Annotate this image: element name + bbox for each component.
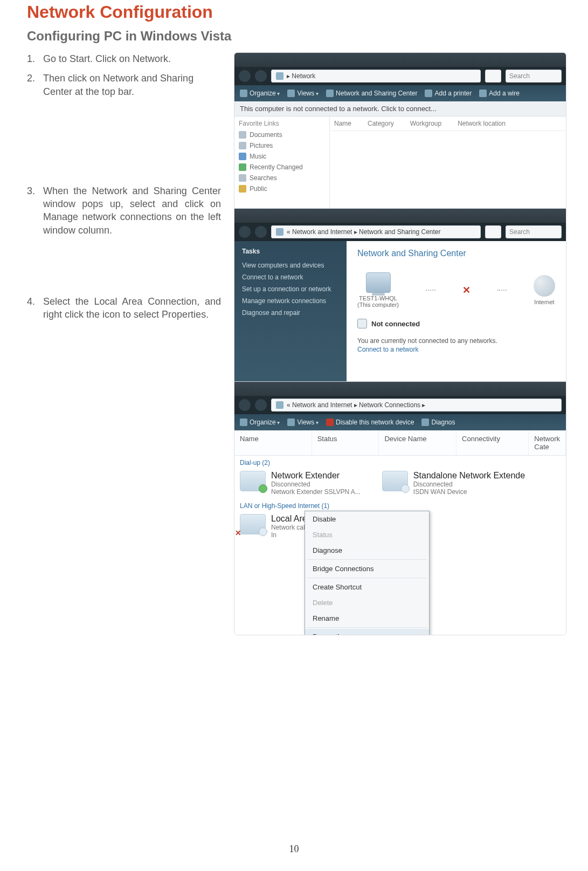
wireless-icon	[479, 90, 487, 97]
step-4-text: Select the Local Area Connection, and ri…	[43, 295, 221, 321]
node-this-computer: TEST1-WHQL (This computer)	[357, 272, 399, 308]
address-bar: « Network and Internet ▸ Network Connect…	[234, 396, 566, 414]
page-number: 10	[0, 843, 588, 855]
not-connected-row: Not connected	[357, 319, 555, 328]
not-connected-message: You are currently not connected to any n…	[357, 337, 555, 345]
task-manage-connections[interactable]: Manage network connections	[242, 295, 339, 307]
node-pc-name: TEST1-WHQL	[357, 295, 399, 301]
views-icon	[287, 419, 295, 426]
group-lan[interactable]: LAN or High-Speed Internet (1)	[234, 499, 566, 511]
connect-to-network-link[interactable]: Connect to a network	[357, 346, 555, 353]
pictures-icon	[239, 142, 246, 149]
views-menu[interactable]: Views	[287, 90, 319, 98]
globe-icon	[534, 275, 555, 297]
map-link-left	[426, 290, 435, 291]
nav-fwd-button[interactable]	[255, 226, 267, 238]
step-3-text: When the Network and Sharing Center wind…	[43, 184, 221, 237]
ctx-separator	[307, 559, 427, 560]
conn-device: ISDN WAN Device	[413, 488, 525, 496]
window-titlebar	[234, 53, 566, 67]
views-menu[interactable]: Views	[287, 419, 319, 427]
conn-status: Disconnected	[413, 481, 525, 488]
col-network-category[interactable]: Network Cate	[529, 430, 566, 455]
disconnect-icon: ✕	[462, 284, 471, 296]
nav-fwd-button[interactable]	[255, 399, 267, 411]
fav-music[interactable]: Music	[239, 151, 325, 162]
group-dialup[interactable]: Dial-up (2)	[234, 456, 566, 468]
context-menu: Disable Status Diagnose Bridge Connectio…	[305, 511, 430, 635]
step-4-num: 4.	[27, 295, 43, 321]
col-name[interactable]: Name	[334, 120, 351, 127]
network-sharing-center-button[interactable]: Network and Sharing Center	[326, 90, 417, 98]
refresh-button[interactable]	[485, 70, 501, 83]
connection-standalone-extender[interactable]: Standalone Network Extende Disconnected …	[382, 468, 525, 499]
search-input[interactable]: Search	[506, 225, 562, 238]
ctx-diagnose[interactable]: Diagnose	[305, 543, 429, 558]
nav-back-button[interactable]	[239, 226, 251, 238]
diagnose-button[interactable]: Diagnos	[421, 419, 455, 427]
address-field[interactable]: « Network and Internet ▸ Network Connect…	[271, 399, 562, 412]
connection-network-extender[interactable]: Network Extender Disconnected Network Ex…	[240, 468, 361, 499]
task-view-computers[interactable]: View computers and devices	[242, 259, 339, 271]
favorite-links-header: Favorite Links	[239, 120, 325, 127]
col-status[interactable]: Status	[312, 430, 379, 455]
col-network-location[interactable]: Network location	[458, 120, 506, 127]
step-2: 2. Then click on Network and Sharing Cen…	[27, 72, 221, 98]
disable-device-button[interactable]: Disable this network device	[326, 419, 414, 427]
map-link-right	[497, 290, 507, 291]
nic-icon	[240, 514, 266, 534]
step-4: 4. Select the Local Area Connection, and…	[27, 295, 221, 321]
organize-icon	[240, 419, 247, 426]
network-status-icon	[357, 319, 367, 328]
nsc-content: Network and Sharing Center TEST1-WHQL (T…	[347, 241, 566, 381]
address-field[interactable]: « Network and Internet ▸ Network and Sha…	[271, 225, 481, 238]
task-connect-network[interactable]: Connect to a network	[242, 271, 339, 283]
command-bar: Organize Views Network and Sharing Cente…	[234, 85, 566, 101]
command-bar: Organize Views Disable this network devi…	[234, 414, 566, 430]
col-name[interactable]: Name	[234, 430, 312, 455]
ctx-disable[interactable]: Disable	[305, 511, 429, 527]
ctx-bridge[interactable]: Bridge Connections	[305, 561, 429, 577]
ctx-delete: Delete	[305, 595, 429, 611]
nav-back-button[interactable]	[239, 70, 251, 82]
task-diagnose-repair[interactable]: Diagnose and repair	[242, 307, 339, 319]
screenshot-network-explorer: ▸ Network Search Organize Views Network …	[234, 53, 566, 209]
nsc-icon	[326, 90, 334, 97]
conn-status: Disconnected	[271, 481, 361, 488]
organize-menu[interactable]: Organize	[240, 419, 280, 427]
add-printer-button[interactable]: Add a printer	[425, 90, 472, 98]
modem-icon	[382, 471, 408, 491]
conn-name: Network Extender	[271, 471, 361, 481]
col-category[interactable]: Category	[368, 120, 394, 127]
address-field[interactable]: ▸ Network	[271, 70, 481, 83]
col-connectivity[interactable]: Connectivity	[456, 430, 529, 455]
ctx-rename[interactable]: Rename	[305, 611, 429, 626]
fav-documents[interactable]: Documents	[239, 129, 325, 140]
nav-fwd-button[interactable]	[255, 70, 267, 82]
fav-pictures[interactable]: Pictures	[239, 140, 325, 151]
screenshot-network-sharing-center: « Network and Internet ▸ Network and Sha…	[234, 209, 566, 382]
nsc-title: Network and Sharing Center	[357, 249, 555, 258]
col-workgroup[interactable]: Workgroup	[410, 120, 441, 127]
address-bar: ▸ Network Search	[234, 67, 566, 85]
col-device-name[interactable]: Device Name	[379, 430, 456, 455]
network-icon	[276, 72, 283, 80]
refresh-button[interactable]	[485, 225, 501, 238]
address-text: « Network and Internet ▸ Network and Sha…	[287, 228, 440, 236]
node-internet: Internet	[534, 275, 555, 305]
ctx-properties[interactable]: Properties	[305, 629, 429, 635]
address-text: « Network and Internet ▸ Network Connect…	[287, 401, 425, 409]
task-setup-connection[interactable]: Set up a connection or network	[242, 283, 339, 295]
nav-back-button[interactable]	[239, 399, 251, 411]
organize-icon	[240, 90, 247, 97]
fav-recently-changed[interactable]: Recently Changed	[239, 162, 325, 173]
add-wireless-button[interactable]: Add a wire	[479, 90, 520, 98]
organize-menu[interactable]: Organize	[240, 90, 280, 98]
not-connected-label: Not connected	[371, 320, 420, 328]
search-input[interactable]: Search	[506, 70, 562, 83]
info-bar[interactable]: This computer is not connected to a netw…	[234, 101, 566, 116]
fav-searches[interactable]: Searches	[239, 173, 325, 183]
fav-public[interactable]: Public	[239, 183, 325, 194]
music-icon	[239, 153, 246, 160]
ctx-create-shortcut[interactable]: Create Shortcut	[305, 579, 429, 595]
